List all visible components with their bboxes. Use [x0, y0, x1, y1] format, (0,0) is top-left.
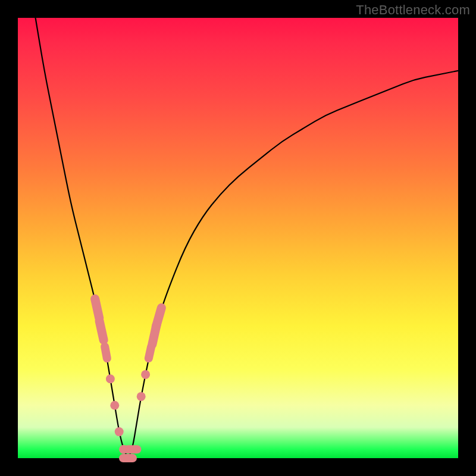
marker-group: [90, 293, 167, 462]
data-marker: [115, 427, 124, 436]
plot-area: [18, 18, 458, 458]
data-marker: [123, 445, 141, 453]
chart-frame: TheBottleneck.com: [0, 0, 476, 476]
data-marker: [100, 342, 112, 363]
data-marker: [141, 370, 150, 379]
data-marker: [110, 401, 119, 410]
data-marker: [94, 315, 109, 345]
watermark-text: TheBottleneck.com: [356, 2, 470, 18]
chart-svg: [18, 18, 458, 458]
data-marker: [151, 302, 167, 332]
data-marker: [137, 392, 146, 401]
bottleneck-curve: [36, 18, 458, 456]
data-marker: [119, 454, 137, 462]
data-marker: [106, 374, 115, 383]
